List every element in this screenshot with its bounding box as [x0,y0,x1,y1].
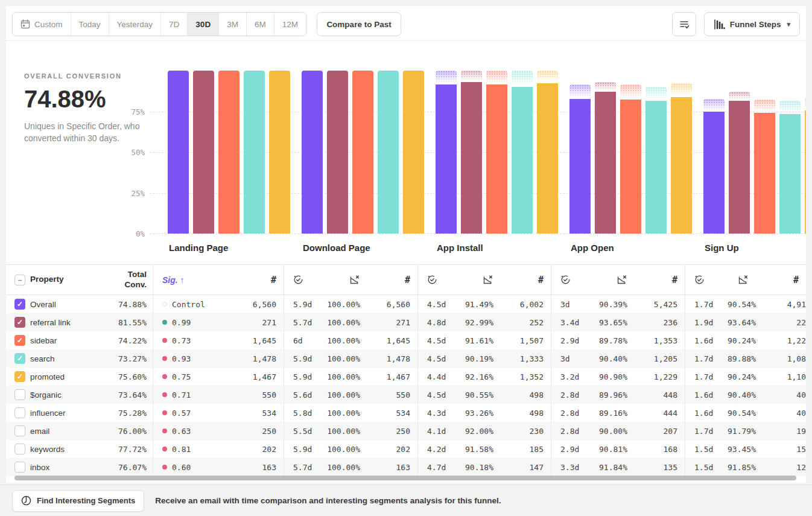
time-to-convert-icon[interactable] [418,275,460,285]
sig-column-header[interactable]: Sig. ↑ [162,275,185,285]
property-label[interactable]: $organic [30,390,109,400]
row-checkbox-inbox[interactable] [14,462,25,473]
bar-promoted-App-Open[interactable] [671,97,692,234]
date-range-6m[interactable]: 6M [246,13,274,36]
bar-search-Download-Page[interactable] [378,71,399,234]
step-section-2: 5.9d100.00%1,467 [284,368,417,386]
property-label[interactable]: sidebar [30,336,109,345]
row-checkbox-keywords[interactable] [14,444,25,454]
bar-referral-link-Download-Page[interactable] [327,71,348,234]
property-label[interactable]: search [30,354,109,363]
bar-Overall-Landing-Page[interactable] [168,71,189,234]
property-label[interactable]: keywords [30,445,109,454]
date-range-7d[interactable]: 7D [160,13,187,36]
bar-sidebar-Download-Page[interactable] [352,71,373,234]
bar-referral-link-App-Open[interactable] [595,92,616,234]
bar-Overall-App-Install[interactable] [436,84,457,234]
bar-search-App-Open[interactable] [645,101,667,234]
property-label[interactable]: email [30,427,109,436]
bar-search-Landing-Page[interactable] [244,71,265,234]
date-range-30d[interactable]: 30D [187,13,218,36]
bar-search-Sign-Up[interactable] [779,114,801,234]
time-to-convert-icon[interactable] [551,275,594,285]
conversion-rate-icon[interactable] [728,275,755,285]
count-column-header[interactable]: # [223,275,284,285]
avg-time-value: 3.3d [551,463,594,472]
step-section-1: 0.60163 [153,458,284,476]
date-range-today[interactable]: Today [71,13,109,36]
date-range-yesterday[interactable]: Yesterday [109,13,161,36]
step-section-1: 0.57534 [153,404,284,422]
property-column-header[interactable]: Property [30,275,109,285]
avg-time-value: 5.8d [284,409,326,418]
step-count: 271 [223,318,284,327]
select-all-checkbox[interactable]: – [14,275,25,285]
horizontal-scrollbar[interactable] [14,476,796,480]
dropoff-cap [729,92,750,101]
bar-promoted-Download-Page[interactable] [403,71,424,234]
find-interesting-segments-button[interactable]: Find Interesting Segments [12,490,144,512]
step-count: 163 [223,463,284,472]
avg-time-value: 4.5d [418,336,460,345]
property-label[interactable]: referral link [30,318,109,327]
step-count: 1,478 [366,354,417,363]
bar-sidebar-App-Install[interactable] [486,84,507,234]
avg-time-value: 2.8d [551,390,594,400]
bar-sidebar-Landing-Page[interactable] [218,71,239,234]
total-conversion-value: 74.22% [109,336,153,345]
sort-arrow-icon: ↑ [180,275,185,285]
conversion-rate-icon[interactable] [594,275,633,285]
row-checkbox-search[interactable]: ✓ [14,353,25,364]
conversion-rate-icon[interactable] [326,275,366,285]
step-count: 1,467 [366,372,417,381]
row-checkbox-influencer[interactable] [14,407,25,418]
date-range-custom[interactable]: Custom [13,13,71,36]
bar-referral-link-App-Install[interactable] [461,82,482,234]
property-label[interactable]: influencer [30,409,109,418]
row-checkbox-$organic[interactable] [14,389,25,400]
property-label[interactable]: promoted [30,372,109,381]
date-range-3m[interactable]: 3M [218,13,246,36]
significance-value: Control [172,300,205,309]
scrollbar-thumb[interactable] [14,476,796,480]
step-section-4: 2.9d89.78%1,353 [551,331,685,349]
row-checkbox-email[interactable] [14,425,25,436]
conversion-rate-value: 93.45% [728,445,762,454]
count-column-header[interactable]: # [633,275,685,285]
report-options-button[interactable] [672,12,696,36]
property-label[interactable]: Overall [30,300,109,309]
time-to-convert-icon[interactable] [284,275,326,285]
avg-time-value: 5.9d [284,372,326,381]
bar-promoted-Landing-Page[interactable] [269,71,290,234]
avg-time-value: 5.6d [284,390,326,400]
chart-type-button[interactable]: Funnel Steps ▾ [704,12,800,36]
conversion-rate-icon[interactable] [460,275,500,285]
row-checkbox-sidebar[interactable]: ✓ [14,335,25,346]
row-checkbox-promoted[interactable]: ✓ [14,371,25,382]
time-to-convert-icon[interactable] [685,275,728,285]
bar-promoted-Sign-Up[interactable] [805,110,806,234]
count-column-header[interactable]: # [755,275,806,285]
row-checkbox-referral-link[interactable]: ✓ [14,317,25,328]
bar-referral-link-Landing-Page[interactable] [193,71,214,234]
avg-time-value: 6d [284,336,326,345]
step-count: 168 [633,445,685,454]
date-range-12m[interactable]: 12M [274,13,306,36]
bar-promoted-App-Install[interactable] [537,83,558,234]
count-column-header[interactable]: # [500,275,551,285]
bar-search-App-Install[interactable] [512,87,533,234]
compare-to-past-button[interactable]: Compare to Past [317,12,401,36]
step-count: 40 [762,390,806,400]
bar-Overall-Sign-Up[interactable] [703,112,725,234]
property-label[interactable]: inbox [30,463,109,472]
bar-Overall-App-Open[interactable] [569,99,591,234]
bar-referral-link-Sign-Up[interactable] [729,101,750,234]
total-conv-column-header[interactable]: Total Conv. [109,270,153,290]
avg-time-value: 2.9d [551,445,594,454]
row-checkbox-Overall[interactable]: ✓ [14,299,25,310]
count-column-header[interactable]: # [366,275,417,285]
bar-sidebar-App-Open[interactable] [620,100,641,234]
bar-Overall-Download-Page[interactable] [302,71,323,234]
step-section-3: 4.2d91.58%185 [417,440,551,458]
bar-sidebar-Sign-Up[interactable] [754,113,775,234]
